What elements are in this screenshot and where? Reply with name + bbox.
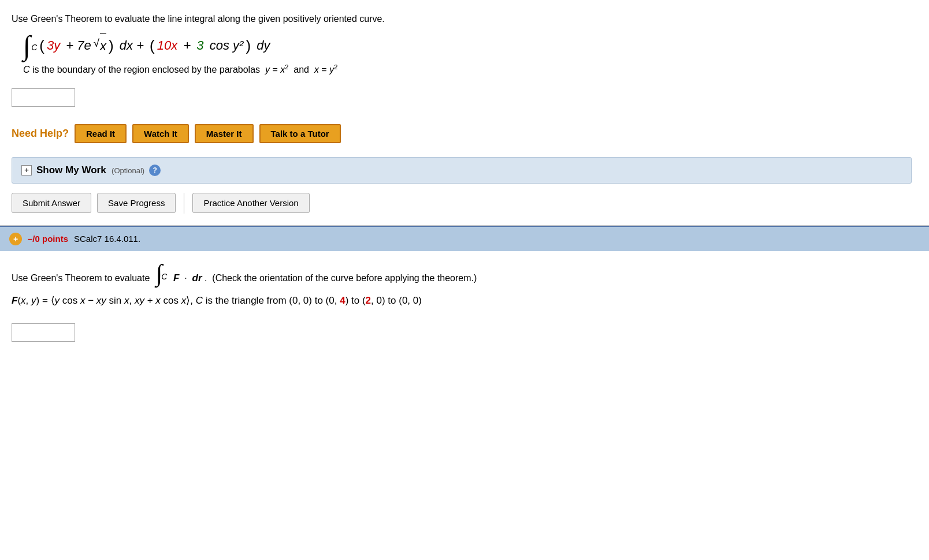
term-3y: 3y (47, 34, 60, 57)
dx-label: dx + (116, 34, 147, 57)
show-work-optional-text: (Optional) (112, 166, 144, 175)
points-plus-icon[interactable]: + (9, 233, 22, 245)
problem1-condition: C is the boundary of the region enclosed… (23, 64, 912, 75)
problem2-integral: ∫ C (156, 263, 168, 285)
integrand-open-paren2: ( (150, 32, 155, 59)
problem2-body: Use Green's Theorem to evaluate ∫ C F · … (0, 251, 929, 365)
plus-7e: + 7e (62, 34, 91, 57)
problem1-description: Use Green's Theorem to evaluate the line… (12, 12, 912, 27)
need-help-label: Need Help? (12, 128, 69, 140)
talk-to-tutor-button[interactable]: Talk to a Tutor (259, 124, 341, 143)
save-progress-button[interactable]: Save Progress (97, 193, 176, 213)
points-text: –/0 points (28, 234, 68, 244)
sqrt-x: √x (94, 33, 106, 58)
sqrt-radical: √ (94, 33, 99, 53)
read-it-button[interactable]: Read It (75, 124, 127, 143)
math-display-integral: ∫ C ( 3y + 7e √x ) dx + ( 10x + 3 cos y²… (23, 32, 912, 59)
bold-dr-text: dr (192, 272, 202, 283)
red-point-2: 2 (366, 295, 371, 306)
condition-c-italic: C (23, 65, 30, 75)
show-my-work-bar: + Show My Work (Optional) ? (12, 157, 912, 184)
integral-subscript-c: C (31, 40, 37, 55)
red-point-4: 4 (340, 295, 345, 306)
master-it-button[interactable]: Master It (195, 124, 254, 143)
show-work-label-text: Show My Work (36, 165, 106, 176)
dy-label: dy (253, 34, 270, 57)
watch-it-button[interactable]: Watch It (132, 124, 189, 143)
integrand-close-paren2: ) (246, 32, 251, 59)
cos-y2: cos y² (206, 34, 244, 57)
action-buttons-row: Submit Answer Save Progress Practice Ano… (12, 193, 912, 214)
integral2-subscript: C (161, 270, 167, 283)
sqrt-x-content: x (100, 33, 106, 58)
dot-dr-text: · (182, 273, 189, 283)
problem2-header: + –/0 points SCalc7 16.4.011. (0, 226, 929, 251)
answer-input-box1[interactable] (12, 88, 75, 107)
show-work-title: Show My Work (Optional) (36, 165, 144, 176)
bold-F2: F (12, 295, 17, 306)
problem2-id: SCalc7 16.4.011. (74, 234, 140, 244)
plus-3: + (180, 34, 194, 57)
problem1-section: Use Green's Theorem to evaluate the line… (0, 0, 929, 226)
need-help-row: Need Help? Read It Watch It Master It Ta… (12, 124, 912, 143)
integrand-open-paren: ( (39, 32, 44, 59)
submit-answer-button[interactable]: Submit Answer (12, 193, 91, 213)
term-3: 3 (196, 34, 203, 57)
practice-another-button[interactable]: Practice Another Version (192, 193, 309, 213)
integrand-close-paren1: ) (109, 32, 114, 59)
show-work-toggle-button[interactable]: + (21, 165, 32, 176)
problem2-description: Use Green's Theorem to evaluate ∫ C F · … (12, 263, 912, 286)
answer-input-box2[interactable] (12, 323, 75, 342)
problem2-prefix: Use Green's Theorem to evaluate (12, 273, 150, 283)
show-work-help-icon[interactable]: ? (149, 165, 161, 176)
bold-F-text: F (173, 272, 179, 283)
integral-symbol: ∫ (23, 34, 31, 58)
button-divider (184, 193, 184, 214)
problem2-suffix: . (Check the orientation of the curve be… (205, 273, 477, 283)
term-10x: 10x (157, 34, 177, 57)
problem2-function-line: F(x, y) = ⟨y cos x − xy sin x, xy + x co… (12, 293, 912, 308)
page-wrapper: Use Green's Theorem to evaluate the line… (0, 0, 929, 365)
